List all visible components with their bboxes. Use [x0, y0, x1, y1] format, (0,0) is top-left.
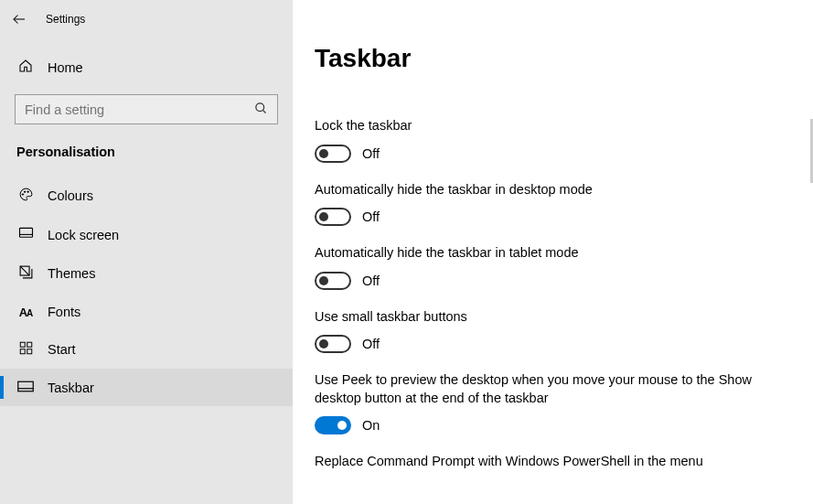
svg-line-8: [20, 266, 29, 275]
svg-rect-12: [27, 349, 31, 354]
setting-autohide-tablet: Automatically hide the taskbar in tablet…: [315, 244, 791, 290]
svg-point-3: [24, 191, 25, 192]
sidebar-item-colours[interactable]: Colours: [0, 176, 293, 216]
sidebar-item-label: Themes: [48, 266, 95, 281]
svg-rect-9: [20, 342, 25, 347]
sidebar-item-fonts[interactable]: AA Fonts: [0, 294, 293, 330]
svg-point-4: [27, 191, 27, 192]
sidebar-item-lockscreen[interactable]: Lock screen: [0, 216, 293, 253]
setting-label: Lock the taskbar: [315, 117, 791, 135]
search-icon: [254, 102, 268, 118]
setting-label: Automatically hide the taskbar in deskto…: [315, 181, 791, 199]
sidebar-item-start[interactable]: Start: [0, 330, 293, 369]
start-icon: [16, 341, 35, 358]
svg-point-0: [256, 102, 264, 111]
page-title: Taskbar: [315, 44, 791, 73]
setting-peek: Use Peek to preview the desktop when you…: [315, 371, 791, 434]
toggle-autohide-desktop[interactable]: [315, 208, 351, 226]
home-nav[interactable]: Home: [0, 49, 293, 85]
setting-label: Replace Command Prompt with Windows Powe…: [315, 453, 791, 471]
back-button[interactable]: [0, 0, 38, 38]
toggle-small-buttons[interactable]: [315, 335, 351, 353]
setting-powershell-partial: Replace Command Prompt with Windows Powe…: [315, 453, 791, 471]
search-box[interactable]: [15, 94, 278, 124]
svg-line-1: [262, 110, 265, 113]
sidebar-item-label: Colours: [48, 188, 93, 203]
toggle-peek[interactable]: [315, 416, 351, 434]
setting-label: Use Peek to preview the desktop when you…: [315, 371, 791, 407]
content-pane: Taskbar Lock the taskbar Off Automatical…: [293, 0, 813, 504]
home-label: Home: [48, 60, 83, 75]
toggle-state: Off: [362, 146, 380, 161]
themes-icon: [16, 264, 35, 283]
app-title: Settings: [46, 13, 85, 26]
sidebar-item-taskbar[interactable]: Taskbar: [0, 369, 293, 406]
toggle-state: Off: [362, 337, 380, 351]
sidebar-item-themes[interactable]: Themes: [0, 253, 293, 294]
home-icon: [16, 59, 35, 76]
setting-small-buttons: Use small taskbar buttons Off: [315, 308, 791, 354]
setting-label: Automatically hide the taskbar in tablet…: [315, 244, 791, 263]
sidebar-item-label: Lock screen: [48, 228, 119, 242]
svg-rect-11: [20, 349, 25, 354]
toggle-state: On: [362, 418, 380, 433]
svg-point-2: [22, 194, 23, 195]
sidebar-item-label: Start: [48, 342, 76, 357]
category-header: Personalisation: [0, 141, 293, 176]
toggle-autohide-tablet[interactable]: [315, 272, 351, 290]
toggle-state: Off: [362, 209, 380, 224]
sidebar-item-label: Taskbar: [48, 381, 94, 395]
toggle-state: Off: [362, 273, 380, 288]
palette-icon: [16, 187, 35, 205]
setting-label: Use small taskbar buttons: [315, 308, 791, 327]
sidebar: Home Personalisation Colours Lock screen…: [0, 0, 293, 504]
svg-rect-13: [18, 381, 34, 391]
setting-autohide-desktop: Automatically hide the taskbar in deskto…: [315, 181, 791, 227]
sidebar-item-label: Fonts: [48, 305, 80, 319]
svg-rect-5: [19, 228, 32, 237]
search-input[interactable]: [25, 102, 254, 117]
setting-lock-taskbar: Lock the taskbar Off: [315, 117, 791, 163]
lockscreen-icon: [16, 227, 35, 242]
fonts-icon: AA: [16, 306, 35, 319]
toggle-lock-taskbar[interactable]: [315, 145, 351, 163]
taskbar-icon: [16, 380, 35, 395]
svg-rect-10: [27, 342, 31, 347]
